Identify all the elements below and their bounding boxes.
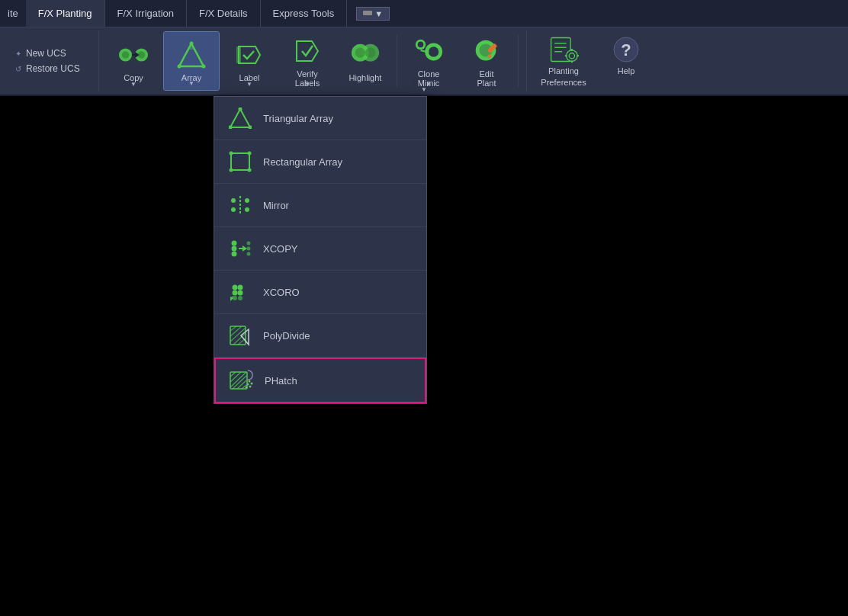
svg-point-83 bbox=[249, 380, 251, 383]
xcopy-label: XCOPY bbox=[263, 243, 298, 255]
svg-line-70 bbox=[230, 326, 236, 331]
svg-point-49 bbox=[231, 198, 236, 203]
mirror-label: Mirror bbox=[263, 200, 289, 211]
svg-point-45 bbox=[248, 152, 252, 156]
array-button[interactable]: Array ▼ bbox=[163, 31, 220, 91]
array-icon bbox=[176, 40, 207, 70]
svg-point-16 bbox=[365, 48, 375, 58]
rectangular-array-item[interactable]: Rectangular Array bbox=[214, 140, 426, 184]
clone-mimic-button[interactable]: Clone Mimic ▼ bbox=[400, 31, 457, 91]
svg-point-84 bbox=[251, 383, 253, 385]
help-button[interactable]: ? Help ▼ bbox=[596, 31, 657, 91]
svg-rect-12 bbox=[236, 47, 241, 63]
phatch-item[interactable]: PHatch bbox=[214, 358, 426, 403]
svg-point-62 bbox=[238, 285, 243, 290]
svg-line-78 bbox=[230, 372, 241, 382]
xcoro-item[interactable]: XCORO bbox=[214, 271, 426, 314]
ucs-restore-icon: ↺ bbox=[15, 65, 21, 73]
separator-1 bbox=[397, 34, 397, 88]
svg-point-66 bbox=[238, 296, 243, 300]
help-icon: ? bbox=[611, 34, 641, 65]
rectangular-array-icon bbox=[228, 149, 252, 174]
edit-plant-button[interactable]: Edit Plant bbox=[458, 31, 515, 91]
highlight-button[interactable]: Highlight bbox=[337, 31, 393, 91]
triangular-array-label: Triangular Array bbox=[263, 113, 333, 124]
tools-group: Copy ▼ Array ▼ bbox=[99, 30, 526, 91]
xcopy-icon bbox=[228, 236, 252, 261]
copy-icon bbox=[118, 40, 149, 70]
ucs-section: ✦ New UCS ↺ Restore UCS bbox=[0, 30, 99, 91]
phatch-label: PHatch bbox=[265, 375, 297, 387]
svg-point-5 bbox=[122, 52, 130, 59]
verify-labels-icon bbox=[292, 36, 323, 66]
svg-rect-43 bbox=[231, 153, 249, 170]
tab-overflow: ▼ bbox=[350, 0, 396, 27]
triangular-array-item[interactable]: Triangular Array bbox=[214, 97, 426, 140]
rectangular-array-label: Rectangular Array bbox=[263, 156, 342, 168]
restore-ucs-label: Restore UCS bbox=[26, 63, 80, 74]
triangular-array-icon bbox=[228, 106, 252, 130]
array-dropdown-arrow: ▼ bbox=[188, 80, 194, 87]
svg-point-51 bbox=[245, 198, 249, 203]
planting-preferences-icon bbox=[548, 34, 579, 65]
svg-marker-75 bbox=[241, 329, 249, 345]
tab-express-tools[interactable]: Express Tools bbox=[261, 0, 348, 27]
new-ucs-button[interactable]: ✦ New UCS bbox=[12, 46, 86, 61]
phatch-icon bbox=[230, 368, 254, 393]
xcoro-label: XCORO bbox=[263, 287, 300, 298]
copy-button[interactable]: Copy ▼ bbox=[105, 31, 162, 91]
label-button[interactable]: Label ▼ bbox=[221, 31, 278, 91]
tab-fx-planting[interactable]: F/X Planting bbox=[26, 0, 105, 27]
new-ucs-label: New UCS bbox=[26, 48, 66, 59]
mirror-item[interactable]: Mirror bbox=[214, 184, 426, 227]
svg-point-50 bbox=[231, 207, 236, 212]
highlight-label: Highlight bbox=[349, 73, 382, 83]
tab-fx-details[interactable]: F/X Details bbox=[187, 0, 261, 27]
planting-preferences-button[interactable]: Planting Preferences bbox=[533, 31, 594, 91]
tab-fx-irrigation[interactable]: F/X Irrigation bbox=[105, 0, 187, 27]
ucs-star-icon: ✦ bbox=[15, 50, 21, 58]
polydivide-item[interactable]: PolyDivide bbox=[214, 314, 426, 358]
highlight-icon bbox=[350, 40, 381, 70]
svg-point-53 bbox=[232, 241, 237, 246]
tab-bar: ite F/X Planting F/X Irrigation F/X Deta… bbox=[0, 0, 848, 27]
svg-point-46 bbox=[230, 168, 233, 172]
svg-point-52 bbox=[245, 207, 249, 212]
edit-plant-icon bbox=[471, 36, 502, 66]
svg-point-64 bbox=[238, 290, 243, 296]
tab-overflow-button[interactable]: ▼ bbox=[356, 7, 390, 21]
preferences-label: Preferences bbox=[541, 78, 586, 88]
svg-point-47 bbox=[248, 168, 252, 172]
overflow-arrow-icon bbox=[363, 11, 372, 17]
clone-mimic-icon bbox=[413, 36, 444, 66]
svg-text:?: ? bbox=[621, 40, 631, 59]
xcoro-icon bbox=[228, 280, 252, 304]
svg-point-9 bbox=[190, 42, 194, 46]
svg-marker-57 bbox=[243, 245, 247, 252]
label-dropdown-arrow: ▼ bbox=[246, 81, 252, 88]
svg-point-15 bbox=[355, 48, 365, 58]
tab-partial: ite bbox=[0, 0, 26, 27]
ribbon-tools: ✦ New UCS ↺ Restore UCS bbox=[0, 27, 848, 96]
verify-labels-button[interactable]: Verify Labels ▼ bbox=[279, 31, 336, 91]
help-label: Help bbox=[618, 66, 635, 76]
svg-line-77 bbox=[230, 372, 236, 377]
svg-point-85 bbox=[247, 383, 249, 386]
separator-2 bbox=[518, 34, 519, 88]
svg-point-87 bbox=[246, 387, 248, 389]
svg-point-59 bbox=[247, 247, 251, 251]
svg-point-31 bbox=[567, 50, 578, 62]
svg-point-55 bbox=[232, 252, 237, 257]
tab-partial-label: ite bbox=[8, 8, 18, 19]
svg-point-63 bbox=[233, 290, 238, 296]
svg-point-18 bbox=[418, 42, 424, 48]
svg-rect-0 bbox=[363, 11, 372, 15]
xcopy-item[interactable]: XCOPY bbox=[214, 227, 426, 271]
restore-ucs-button[interactable]: ↺ Restore UCS bbox=[12, 61, 86, 76]
svg-point-20 bbox=[429, 47, 438, 56]
svg-point-10 bbox=[178, 65, 181, 69]
array-dropdown-menu: Triangular Array Rectangular Array bbox=[214, 96, 427, 404]
svg-line-71 bbox=[230, 326, 242, 336]
polydivide-icon bbox=[228, 323, 252, 348]
svg-line-81 bbox=[237, 380, 246, 389]
